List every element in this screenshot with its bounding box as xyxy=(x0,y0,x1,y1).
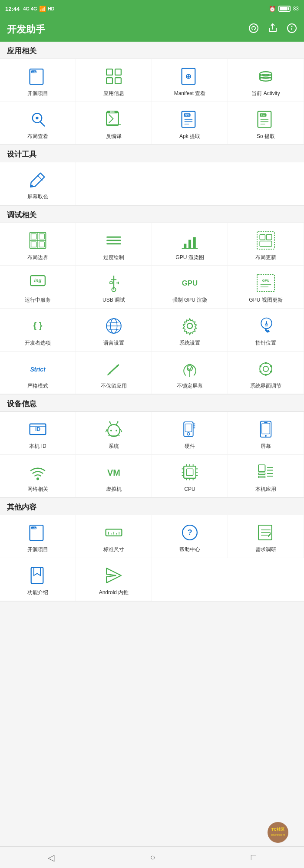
hardware-info-label: 硬件 xyxy=(185,443,195,450)
item-open-source[interactable]: code 开源项目 xyxy=(0,59,76,102)
item-layout-border[interactable]: 布局边界 xyxy=(0,223,76,266)
item-device-id[interactable]: ID 本机 ID xyxy=(0,412,76,455)
item-over-draw[interactable]: 过度绘制 xyxy=(76,223,152,266)
svg-text:BOX: BOX xyxy=(110,111,115,113)
svg-rect-8 xyxy=(106,69,112,75)
item-gpu-render[interactable]: GPU 渲染图 xyxy=(152,223,228,266)
decompile-label: 反编译 xyxy=(106,133,122,140)
nav-recent-button[interactable]: □ xyxy=(242,849,265,866)
item-decompile[interactable]: BOX 反编译 xyxy=(76,102,152,145)
ruler-icon xyxy=(102,521,125,544)
item-current-activity[interactable]: 当前 Activity xyxy=(228,59,304,102)
svg-rect-126 xyxy=(258,465,265,471)
svg-point-102 xyxy=(187,433,190,435)
watermark: TC社区 tcsqw.com xyxy=(265,820,300,844)
svg-point-16 xyxy=(260,77,272,81)
item-running-service[interactable]: ing 运行中服务 xyxy=(0,266,76,309)
vm-info-label: 虚拟机 xyxy=(106,486,122,493)
item-force-gpu[interactable]: GPU 强制 GPU 渲染 xyxy=(152,266,228,309)
item-sys-ui-tune[interactable]: 系统界面调节 xyxy=(228,352,304,395)
item-open-source-2[interactable]: code 开源项目 xyxy=(0,515,76,558)
item-pointer-pos[interactable]: 指针位置 xyxy=(228,309,304,352)
svg-text:VM: VM xyxy=(107,467,120,477)
item-network-info[interactable]: 网络相关 xyxy=(0,455,76,498)
svg-point-74 xyxy=(187,323,192,329)
survey-label: 需求调研 xyxy=(255,546,276,553)
apk-extract-label: Apk 提取 xyxy=(179,133,200,140)
color-picker-label: 屏幕取色 xyxy=(27,194,48,201)
item-gpu-view-update[interactable]: GPU GPU 视图更新 xyxy=(228,266,304,309)
svg-point-85 xyxy=(259,370,261,372)
nav-home-button[interactable]: ○ xyxy=(141,849,164,866)
section-app-grid: code 开源项目 应用信息 xyxy=(0,59,304,145)
item-cpu-info[interactable]: CPU xyxy=(152,455,228,498)
svg-point-84 xyxy=(265,374,267,376)
item-help-center[interactable]: ? 帮助中心 xyxy=(152,515,228,558)
item-vm-info[interactable]: VM 虚拟机 xyxy=(76,455,152,498)
section-header-other: 其他内容 xyxy=(0,498,304,515)
github-icon[interactable] xyxy=(248,23,259,36)
strict-mode-icon: Strict xyxy=(26,358,49,380)
svg-text:C++: C++ xyxy=(261,114,265,116)
svg-text:Strict: Strict xyxy=(30,366,46,373)
pointer-pos-label: 指针位置 xyxy=(255,340,276,347)
status-bar: 12:44 4G 4G 📶 HD ⏰ 83 xyxy=(0,0,304,17)
layout-view-icon xyxy=(26,108,49,131)
svg-text:ing: ing xyxy=(34,278,41,283)
svg-rect-113 xyxy=(186,469,193,475)
item-lang-settings[interactable]: 语言设置 xyxy=(76,309,152,352)
android-robot-icon xyxy=(102,418,125,441)
svg-point-98 xyxy=(117,421,119,423)
status-time: 12:44 4G 4G 📶 HD xyxy=(5,6,55,12)
item-dev-options[interactable]: { } 开发者选项 xyxy=(0,309,76,352)
item-screen-info[interactable]: 屏幕 xyxy=(228,412,304,455)
feature-intro-label: 功能介绍 xyxy=(27,589,48,596)
svg-point-81 xyxy=(265,362,267,364)
vm-icon: VM xyxy=(102,461,125,483)
svg-rect-54 xyxy=(260,234,265,240)
item-so-extract[interactable]: C++ So 提取 xyxy=(228,102,304,145)
strict-mode-label: 严格模式 xyxy=(27,383,48,390)
item-hardware-info[interactable]: 硬件 xyxy=(152,412,228,455)
share-icon[interactable] xyxy=(268,23,278,36)
no-lock-screen-label: 不锁定屏幕 xyxy=(177,383,203,390)
svg-point-0 xyxy=(249,24,258,33)
section-header-app: 应用相关 xyxy=(0,42,304,59)
item-manifest[interactable]: Manifest 查看 xyxy=(152,59,228,102)
item-android-recommend[interactable]: Android 内推 xyxy=(76,558,152,601)
svg-point-80 xyxy=(263,366,268,371)
info-icon[interactable] xyxy=(287,23,297,36)
item-no-keep-app[interactable]: 不保留应用 xyxy=(76,352,152,395)
current-activity-icon xyxy=(254,65,277,88)
item-app-info[interactable]: 应用信息 xyxy=(76,59,152,102)
usb-debug-label: USB 调试 xyxy=(102,297,125,304)
svg-text:GPU: GPU xyxy=(182,279,198,288)
nav-back-button[interactable]: ◁ xyxy=(39,849,63,866)
item-strict-mode[interactable]: Strict 严格模式 xyxy=(0,352,76,395)
item-usb-debug[interactable]: USB 调试 xyxy=(76,266,152,309)
empty-cell-3 xyxy=(228,162,304,205)
item-apk-extract[interactable]: APK Apk 提取 xyxy=(152,102,228,145)
item-layout-update[interactable]: 布局更新 xyxy=(228,223,304,266)
item-local-apps[interactable]: 本机应用 xyxy=(228,455,304,498)
item-layout-view[interactable]: 布局查看 xyxy=(0,102,76,145)
svg-point-21 xyxy=(36,116,38,119)
svg-point-110 xyxy=(36,477,39,480)
sys-ui-tune-label: 系统界面调节 xyxy=(250,383,281,390)
item-color-picker[interactable]: 屏幕取色 xyxy=(0,162,76,205)
open-source-2-icon: code xyxy=(26,521,49,544)
item-system-info[interactable]: 系统 xyxy=(76,412,152,455)
item-survey[interactable]: 需求调研 xyxy=(228,515,304,558)
item-standard-size[interactable]: 标准尺寸 xyxy=(76,515,152,558)
item-sys-settings[interactable]: 系统设置 xyxy=(152,309,228,352)
svg-rect-62 xyxy=(110,282,112,284)
screen-icon xyxy=(254,418,277,441)
item-feature-intro[interactable]: 功能介绍 xyxy=(0,558,76,601)
svg-rect-42 xyxy=(31,233,36,239)
manifest-label: Manifest 查看 xyxy=(174,90,206,97)
local-apps-label: 本机应用 xyxy=(255,486,276,493)
over-draw-label: 过度绘制 xyxy=(103,254,124,261)
bottom-nav: ◁ ○ □ xyxy=(0,846,304,868)
item-no-lock-screen[interactable]: 不锁定屏幕 xyxy=(152,352,228,395)
system-info-label: 系统 xyxy=(109,443,119,450)
